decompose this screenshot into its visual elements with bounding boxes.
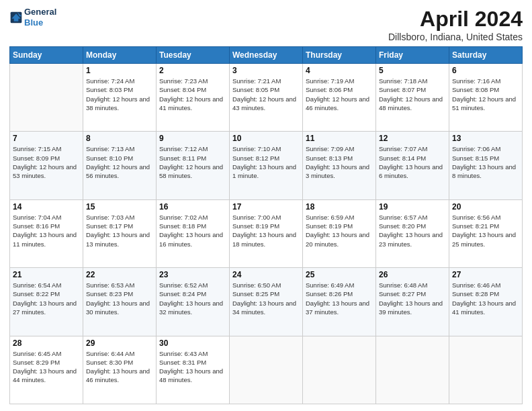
main-title: April 2024: [388, 7, 523, 32]
calendar-cell: 9Sunrise: 7:12 AMSunset: 8:11 PMDaylight…: [157, 132, 230, 199]
cell-day-number: 10: [232, 134, 300, 143]
logo-text: General Blue: [24, 7, 56, 28]
cell-info: Sunrise: 6:54 AMSunset: 8:22 PMDaylight:…: [13, 281, 80, 316]
cell-day-number: 18: [306, 202, 373, 212]
calendar-cell: [230, 336, 303, 404]
cell-info: Sunrise: 6:57 AMSunset: 8:20 PMDaylight:…: [379, 213, 446, 248]
calendar-cell: 7Sunrise: 7:15 AMSunset: 8:09 PMDaylight…: [10, 132, 83, 199]
cell-day-number: 28: [13, 338, 80, 348]
logo-line2: Blue: [24, 17, 56, 28]
cell-info: Sunrise: 6:45 AMSunset: 8:29 PMDaylight:…: [13, 349, 80, 385]
calendar-cell: 1Sunrise: 7:24 AMSunset: 8:03 PMDaylight…: [83, 64, 157, 132]
calendar-cell: 20Sunrise: 6:56 AMSunset: 8:21 PMDayligh…: [449, 199, 523, 267]
cell-day-number: 19: [379, 202, 446, 212]
cell-info: Sunrise: 7:12 AMSunset: 8:11 PMDaylight:…: [159, 144, 226, 180]
calendar-cell: 16Sunrise: 7:02 AMSunset: 8:18 PMDayligh…: [157, 199, 230, 267]
week-row-5: 28Sunrise: 6:45 AMSunset: 8:29 PMDayligh…: [10, 336, 523, 404]
cell-day-number: 25: [306, 270, 373, 279]
cell-day-number: 20: [452, 202, 519, 212]
cell-day-number: 2: [159, 66, 226, 75]
cell-info: Sunrise: 6:56 AMSunset: 8:21 PMDaylight:…: [452, 213, 519, 248]
cell-day-number: 16: [159, 202, 226, 212]
logo-line1: General: [24, 7, 56, 17]
logo-icon: [9, 11, 23, 24]
calendar-cell: 12Sunrise: 7:07 AMSunset: 8:14 PMDayligh…: [376, 132, 449, 199]
week-row-2: 7Sunrise: 7:15 AMSunset: 8:09 PMDaylight…: [10, 132, 523, 199]
calendar-cell: 21Sunrise: 6:54 AMSunset: 8:22 PMDayligh…: [10, 268, 83, 336]
cell-day-number: 4: [306, 66, 373, 75]
header-day-wednesday: Wednesday: [230, 47, 303, 64]
cell-info: Sunrise: 7:19 AMSunset: 8:06 PMDaylight:…: [306, 77, 373, 112]
calendar-cell: 24Sunrise: 6:50 AMSunset: 8:25 PMDayligh…: [230, 268, 303, 336]
subtitle: Dillsboro, Indiana, United States: [388, 32, 523, 42]
calendar-table: SundayMondayTuesdayWednesdayThursdayFrid…: [9, 46, 523, 404]
cell-info: Sunrise: 7:18 AMSunset: 8:07 PMDaylight:…: [379, 77, 446, 112]
cell-day-number: 21: [13, 270, 80, 279]
calendar-cell: 3Sunrise: 7:21 AMSunset: 8:05 PMDaylight…: [230, 64, 303, 132]
calendar-cell: 14Sunrise: 7:04 AMSunset: 8:16 PMDayligh…: [10, 199, 83, 267]
cell-info: Sunrise: 7:03 AMSunset: 8:17 PMDaylight:…: [86, 213, 153, 248]
cell-info: Sunrise: 7:09 AMSunset: 8:13 PMDaylight:…: [306, 144, 373, 180]
cell-day-number: 13: [452, 134, 519, 143]
cell-day-number: 29: [86, 338, 153, 348]
calendar-cell: 17Sunrise: 7:00 AMSunset: 8:19 PMDayligh…: [230, 199, 303, 267]
cell-day-number: 8: [86, 134, 153, 143]
cell-info: Sunrise: 7:06 AMSunset: 8:15 PMDaylight:…: [452, 144, 519, 180]
calendar-cell: 29Sunrise: 6:44 AMSunset: 8:30 PMDayligh…: [83, 336, 157, 404]
calendar-cell: 18Sunrise: 6:59 AMSunset: 8:19 PMDayligh…: [303, 199, 376, 267]
cell-day-number: 7: [13, 134, 80, 143]
cell-info: Sunrise: 7:13 AMSunset: 8:10 PMDaylight:…: [86, 144, 153, 180]
calendar-cell: [376, 336, 449, 404]
calendar-cell: 15Sunrise: 7:03 AMSunset: 8:17 PMDayligh…: [83, 199, 157, 267]
header-day-sunday: Sunday: [10, 47, 83, 64]
calendar-cell: 4Sunrise: 7:19 AMSunset: 8:06 PMDaylight…: [303, 64, 376, 132]
header-day-friday: Friday: [376, 47, 449, 64]
calendar-cell: 11Sunrise: 7:09 AMSunset: 8:13 PMDayligh…: [303, 132, 376, 199]
cell-info: Sunrise: 6:48 AMSunset: 8:27 PMDaylight:…: [379, 281, 446, 316]
cell-day-number: 30: [159, 338, 226, 348]
calendar-cell: 22Sunrise: 6:53 AMSunset: 8:23 PMDayligh…: [83, 268, 157, 336]
cell-day-number: 23: [159, 270, 226, 279]
calendar-cell: 6Sunrise: 7:16 AMSunset: 8:08 PMDaylight…: [449, 64, 523, 132]
calendar-cell: 30Sunrise: 6:43 AMSunset: 8:31 PMDayligh…: [157, 336, 230, 404]
cell-day-number: 1: [86, 66, 153, 75]
week-row-1: 1Sunrise: 7:24 AMSunset: 8:03 PMDaylight…: [10, 64, 523, 132]
cell-info: Sunrise: 7:07 AMSunset: 8:14 PMDaylight:…: [379, 144, 446, 180]
calendar-cell: [303, 336, 376, 404]
cell-day-number: 27: [452, 270, 519, 279]
cell-info: Sunrise: 7:10 AMSunset: 8:12 PMDaylight:…: [232, 144, 300, 180]
calendar-cell: 27Sunrise: 6:46 AMSunset: 8:28 PMDayligh…: [449, 268, 523, 336]
week-row-4: 21Sunrise: 6:54 AMSunset: 8:22 PMDayligh…: [10, 268, 523, 336]
cell-info: Sunrise: 6:50 AMSunset: 8:25 PMDaylight:…: [232, 281, 300, 316]
cell-day-number: 6: [452, 66, 519, 75]
cell-info: Sunrise: 6:44 AMSunset: 8:30 PMDaylight:…: [86, 349, 153, 385]
cell-day-number: 5: [379, 66, 446, 75]
cell-day-number: 26: [379, 270, 446, 279]
calendar-cell: 26Sunrise: 6:48 AMSunset: 8:27 PMDayligh…: [376, 268, 449, 336]
cell-info: Sunrise: 6:43 AMSunset: 8:31 PMDaylight:…: [159, 349, 226, 385]
cell-info: Sunrise: 7:21 AMSunset: 8:05 PMDaylight:…: [232, 77, 300, 112]
calendar-cell: 5Sunrise: 7:18 AMSunset: 8:07 PMDaylight…: [376, 64, 449, 132]
cell-info: Sunrise: 7:24 AMSunset: 8:03 PMDaylight:…: [86, 77, 153, 112]
header-row: SundayMondayTuesdayWednesdayThursdayFrid…: [10, 47, 523, 64]
cell-info: Sunrise: 7:16 AMSunset: 8:08 PMDaylight:…: [452, 77, 519, 112]
cell-day-number: 15: [86, 202, 153, 212]
cell-day-number: 17: [232, 202, 300, 212]
cell-day-number: 14: [13, 202, 80, 212]
cell-day-number: 22: [86, 270, 153, 279]
cell-info: Sunrise: 6:59 AMSunset: 8:19 PMDaylight:…: [306, 213, 373, 248]
cell-day-number: 11: [306, 134, 373, 143]
calendar-cell: 2Sunrise: 7:23 AMSunset: 8:04 PMDaylight…: [157, 64, 230, 132]
cell-info: Sunrise: 7:00 AMSunset: 8:19 PMDaylight:…: [232, 213, 300, 248]
cell-day-number: 12: [379, 134, 446, 143]
calendar-cell: 25Sunrise: 6:49 AMSunset: 8:26 PMDayligh…: [303, 268, 376, 336]
cell-info: Sunrise: 6:53 AMSunset: 8:23 PMDaylight:…: [86, 281, 153, 316]
calendar-cell: 23Sunrise: 6:52 AMSunset: 8:24 PMDayligh…: [157, 268, 230, 336]
calendar-cell: [449, 336, 523, 404]
calendar-cell: 19Sunrise: 6:57 AMSunset: 8:20 PMDayligh…: [376, 199, 449, 267]
cell-day-number: 9: [159, 134, 226, 143]
logo: General Blue: [9, 7, 56, 28]
title-block: April 2024 Dillsboro, Indiana, United St…: [388, 7, 523, 42]
calendar-cell: 13Sunrise: 7:06 AMSunset: 8:15 PMDayligh…: [449, 132, 523, 199]
cell-info: Sunrise: 6:52 AMSunset: 8:24 PMDaylight:…: [159, 281, 226, 316]
